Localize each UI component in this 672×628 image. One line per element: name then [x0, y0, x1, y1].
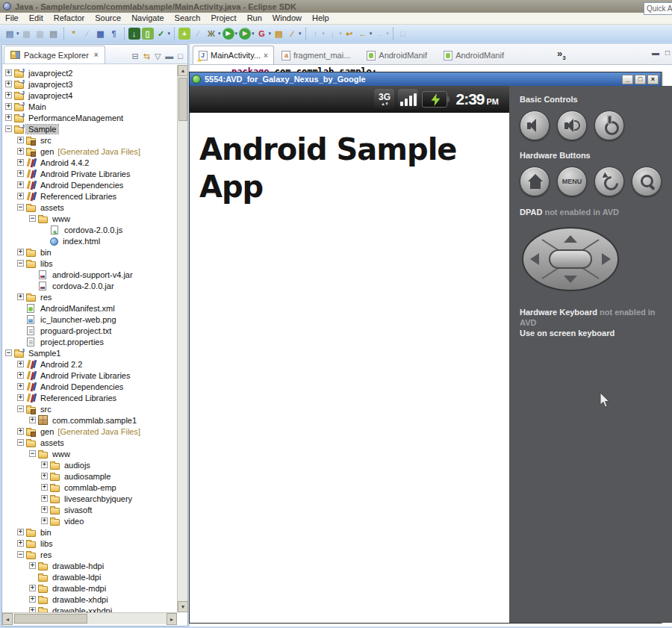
- toolbar-button[interactable]: [174, 28, 175, 40]
- menu-item[interactable]: Help: [307, 13, 335, 24]
- expander-icon[interactable]: [17, 159, 24, 166]
- expander-icon[interactable]: [5, 69, 12, 76]
- tree-item[interactable]: assets: [2, 437, 177, 448]
- expander-icon[interactable]: [17, 529, 24, 535]
- pin-editor-button[interactable]: □: [396, 26, 410, 41]
- next-annotation-button[interactable]: ↓: [326, 26, 343, 41]
- volume-up-button[interactable]: [557, 111, 587, 140]
- scroll-left-icon[interactable]: [2, 613, 13, 625]
- expander-icon[interactable]: [5, 125, 12, 132]
- expander-icon[interactable]: [17, 428, 24, 435]
- expander-icon[interactable]: [17, 204, 24, 211]
- tree-item[interactable]: index.html: [2, 235, 177, 246]
- expander-icon[interactable]: [41, 473, 48, 479]
- tree-item[interactable]: assets: [2, 202, 177, 213]
- scroll-thumb-horizontal[interactable]: [14, 614, 87, 624]
- show-whitespace-button[interactable]: ¶: [108, 26, 121, 41]
- last-edit-location-button[interactable]: ↩: [343, 26, 356, 41]
- tree-item[interactable]: gen [Generated Java Files]: [2, 426, 177, 437]
- tree-item[interactable]: Referenced Libraries: [2, 392, 177, 403]
- expander-icon[interactable]: [17, 439, 24, 446]
- tree-item[interactable]: Android Private Libraries: [2, 168, 177, 179]
- expander-icon[interactable]: [17, 540, 24, 547]
- expander-icon[interactable]: [17, 181, 24, 188]
- emulator-titlebar[interactable]: 5554:AVD_for_Galaxy_Nexus_by_Google _ □ …: [190, 72, 661, 86]
- expander-icon[interactable]: [41, 461, 48, 468]
- tree-item[interactable]: gen [Generated Java Files]: [2, 146, 177, 157]
- search-button[interactable]: [632, 167, 662, 196]
- menu-item[interactable]: Navigate: [126, 13, 169, 24]
- package-explorer-tab[interactable]: Package Explorer ×: [4, 46, 105, 63]
- tree-item[interactable]: res: [2, 291, 177, 302]
- back-button[interactable]: [594, 167, 624, 196]
- scroll-thumb[interactable]: [178, 78, 187, 121]
- vertical-scrollbar[interactable]: [177, 65, 187, 612]
- tree-item[interactable]: audiosample: [2, 470, 177, 482]
- tree-item[interactable]: javaproject4: [2, 90, 177, 101]
- tree-item[interactable]: javaproject3: [2, 78, 177, 90]
- tree-item[interactable]: www: [2, 448, 177, 459]
- tree-item[interactable]: project.properties: [2, 336, 177, 347]
- junit-button[interactable]: ✓: [155, 26, 172, 41]
- expander-icon[interactable]: [17, 193, 24, 199]
- tree-item[interactable]: ic_launcher-web.png: [2, 314, 177, 325]
- debug-button[interactable]: Ж: [205, 26, 222, 41]
- gwt-button[interactable]: G: [255, 26, 273, 41]
- device-screen[interactable]: 3G 2:39 PM Android Sample App: [190, 86, 509, 623]
- tree-item[interactable]: com.commlab.sample1: [2, 414, 177, 426]
- tree-item[interactable]: Sample: [2, 123, 177, 134]
- expander-icon[interactable]: [41, 517, 48, 524]
- expander-icon[interactable]: [17, 372, 24, 379]
- toolbar-button[interactable]: [393, 28, 393, 40]
- coverage-button[interactable]: ▶: [238, 26, 255, 41]
- tree-item[interactable]: Android 2.2: [2, 358, 177, 370]
- tree-item[interactable]: res: [2, 549, 177, 560]
- new-button[interactable]: ▤: [3, 26, 20, 41]
- menu-item[interactable]: Source: [90, 13, 126, 24]
- print-button[interactable]: ▤: [47, 26, 60, 41]
- tree-item[interactable]: drawable-xhdpi: [2, 594, 177, 605]
- expander-icon[interactable]: [29, 215, 36, 222]
- tree-item[interactable]: AndroidManifest.xml: [2, 302, 177, 314]
- scroll-down-icon[interactable]: [178, 601, 188, 612]
- expander-icon[interactable]: [17, 405, 24, 412]
- scroll-up-icon[interactable]: [178, 65, 188, 76]
- format-button[interactable]: ∕: [285, 26, 302, 41]
- open-wizard-button[interactable]: ▤: [272, 26, 285, 41]
- expander-icon[interactable]: [17, 170, 24, 177]
- expander-icon[interactable]: [5, 92, 12, 99]
- expander-icon[interactable]: [17, 148, 24, 155]
- tree-item[interactable]: android-support-v4.jar: [2, 269, 177, 280]
- quick-access-input[interactable]: [644, 2, 672, 15]
- external-tools-button[interactable]: *: [67, 26, 81, 41]
- forward-button[interactable]: →: [373, 26, 390, 41]
- tab-androidmanifest-1[interactable]: AndroidManif: [361, 46, 436, 64]
- expander-icon[interactable]: [29, 607, 36, 612]
- close-view-icon[interactable]: ×: [94, 51, 99, 59]
- expander-icon[interactable]: [29, 585, 36, 591]
- back-button[interactable]: ←: [356, 26, 373, 41]
- menu-button[interactable]: MENU: [557, 167, 587, 196]
- expander-icon[interactable]: [17, 293, 24, 300]
- tree-item[interactable]: bin: [2, 246, 177, 258]
- menu-item[interactable]: Refactor: [49, 13, 90, 24]
- collapse-all-button[interactable]: ⊟: [131, 52, 138, 60]
- scroll-right-icon[interactable]: [167, 613, 177, 625]
- expander-icon[interactable]: [5, 114, 12, 121]
- horizontal-scrollbar[interactable]: [2, 612, 177, 624]
- expander-icon[interactable]: [41, 484, 48, 491]
- tree-item[interactable]: audiojs: [2, 459, 177, 470]
- save-button[interactable]: ▦: [20, 26, 34, 41]
- new-android-project-button[interactable]: +: [178, 26, 191, 41]
- tree-item[interactable]: Android Dependencies: [2, 381, 177, 392]
- tree-item[interactable]: drawable-mdpi: [2, 582, 177, 594]
- menu-item[interactable]: Run: [242, 13, 267, 24]
- tree-item[interactable]: Android Private Libraries: [2, 370, 177, 381]
- dpad-control[interactable]: [520, 225, 621, 295]
- minimize-view-button[interactable]: ▬: [165, 52, 173, 60]
- avd-manager-button[interactable]: ▯: [141, 26, 155, 41]
- tree-item[interactable]: Main: [2, 101, 177, 112]
- expander-icon[interactable]: [5, 349, 12, 356]
- tree-item[interactable]: Android Dependencies: [2, 179, 177, 190]
- tree-item[interactable]: video: [2, 515, 177, 526]
